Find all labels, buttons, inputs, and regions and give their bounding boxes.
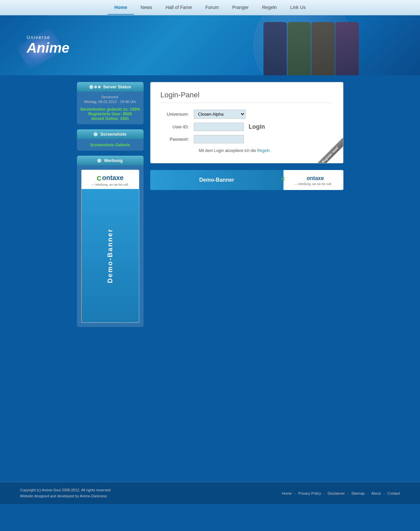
footer-link-contact[interactable]: Contact <box>387 491 400 495</box>
contaxe-name-text: ontaxe <box>102 174 123 182</box>
demo-contaxe-c: c <box>281 175 285 182</box>
footer-copyright: Copyright (c) Anime-Soul 2008-2012. All … <box>20 487 112 493</box>
nav-link-forum[interactable]: Forum <box>199 1 225 14</box>
server-registered: Registrierte User: 8509 <box>80 112 140 116</box>
footer-link-disclaimer[interactable]: Disclaimer <box>328 491 345 495</box>
character-1 <box>263 22 287 75</box>
passwort-input[interactable] <box>194 135 244 143</box>
nav-item-hall-of-fame[interactable]: Hall of Fame <box>159 1 199 15</box>
nav-link-pranger[interactable]: Pranger <box>225 1 255 14</box>
header-dots-2 <box>94 132 98 136</box>
server-status-title: Server Status <box>103 84 131 89</box>
demo-contaxe-name: c ontaxe <box>281 175 343 182</box>
site-logo: Universe Anime <box>27 35 69 56</box>
screenshots-box: Screenshots Screenshots Gallerie <box>77 129 144 151</box>
nav-item-link-us[interactable]: Link Us <box>283 1 312 15</box>
contaxe-tagline: — Werbung, wo sie hin soll. <box>92 183 129 186</box>
contaxe-c-icon: c <box>97 173 101 183</box>
demo-banner-logo: c ontaxe — Werbung, wo sie hin soll. <box>283 170 343 190</box>
serverzeit-value: Montag, 06.02.2012 - 19:46 Uhr <box>80 100 140 104</box>
serverzeit-label: Serverzeit: <box>80 95 140 99</box>
main-wrapper: Server Status Serverzeit: Montag, 06.02.… <box>0 75 420 475</box>
footer-site-link[interactable]: Anime-Soul <box>42 488 61 492</box>
nav-link-link-us[interactable]: Link Us <box>283 1 312 14</box>
server-costs: Serverkosten gedeckt zu: 100% <box>80 107 140 112</box>
header-dots <box>89 85 101 89</box>
login-panel-title: Login-Panel <box>161 91 333 103</box>
logo-universe: Universe <box>27 35 69 40</box>
character-4 <box>335 22 359 75</box>
userid-row: User-ID: Login <box>161 123 333 131</box>
demo-contaxe-text: ontaxe <box>285 175 343 181</box>
footer: Copyright (c) Anime-Soul 2008-2012. All … <box>0 482 420 504</box>
dot-small-2 <box>98 86 101 88</box>
contaxe-logo: c ontaxe — Werbung, wo sie hin soll. <box>92 173 129 186</box>
werbung-box: Werbung c ontaxe — Werbung, wo sie hin s… <box>77 156 144 327</box>
demo-contaxe-tagline: — Werbung, wo sie hin soll. <box>283 182 343 186</box>
server-online: derzeit Online: 1501 <box>80 116 140 121</box>
dot-large <box>89 85 93 89</box>
character-2 <box>287 22 311 75</box>
werbung-header: Werbung <box>77 156 144 165</box>
character-3 <box>311 22 335 75</box>
server-status-content: Serverzeit: Montag, 06.02.2012 - 19:46 U… <box>77 92 144 124</box>
werbung-content: c ontaxe — Werbung, wo sie hin soll. Dem… <box>77 165 144 327</box>
passwort-label: Passwort: <box>161 137 194 142</box>
server-status-header: Server Status <box>77 82 144 92</box>
ad-vertical-text: Demo-Banner <box>106 228 114 283</box>
contaxe-name-row: c ontaxe <box>97 173 124 183</box>
ad-top: c ontaxe — Werbung, wo sie hin soll. <box>82 170 139 189</box>
footer-link-about[interactable]: About <box>371 491 381 495</box>
nav-link-home[interactable]: Home <box>108 1 134 15</box>
userid-label: User-ID: <box>161 124 194 129</box>
register-now-label[interactable]: Register now! <box>316 138 343 163</box>
footer-developer-link[interactable]: Anime-Darkness <box>80 494 107 498</box>
regeln-link[interactable]: Regeln <box>257 148 270 153</box>
header-dots-3 <box>97 159 101 163</box>
footer-link-home[interactable]: Home <box>282 491 291 495</box>
server-status-box: Server Status Serverzeit: Montag, 06.02.… <box>77 82 144 124</box>
werbung-title: Werbung <box>104 158 123 163</box>
logo-anime: Anime <box>27 40 69 56</box>
footer-developer-line: Website designed and developed by Anime-… <box>20 493 112 499</box>
nav-item-home[interactable]: Home <box>108 1 134 15</box>
screenshots-header: Screenshots <box>77 129 144 139</box>
universum-select[interactable]: Closen Alpha <box>194 110 245 119</box>
agree-text: Mit dem Login akzeptiere ich die Regeln … <box>199 148 333 153</box>
screenshots-content: Screenshots Gallerie <box>77 139 144 151</box>
nav-link-regeln[interactable]: Regeln <box>255 1 283 14</box>
footer-right: Home - Privacy Policy - Disclaimer - Sit… <box>282 491 400 495</box>
sidebar: Server Status Serverzeit: Montag, 06.02.… <box>77 82 144 469</box>
dot-large-3 <box>97 159 101 163</box>
header-banner: Universe Anime <box>0 15 420 75</box>
nav-link-hall-of-fame[interactable]: Hall of Fame <box>159 1 199 14</box>
register-ribbon: Register now! <box>316 136 343 163</box>
footer-link-sitemap[interactable]: Sitemap <box>351 491 365 495</box>
nav-item-forum[interactable]: Forum <box>199 1 225 15</box>
screenshots-gallery-link[interactable]: Screenshots Gallerie <box>90 143 130 147</box>
ad-vertical-banner: Demo-Banner <box>82 189 139 322</box>
demo-banner: Demo-Banner c ontaxe — Werbung, wo sie h… <box>150 170 343 190</box>
universum-row: Universum: Closen Alpha <box>161 110 333 119</box>
demo-banner-text: Demo-Banner <box>150 170 283 190</box>
nav-item-news[interactable]: News <box>134 1 159 15</box>
ad-banner: c ontaxe — Werbung, wo sie hin soll. Dem… <box>81 170 139 323</box>
footer-left: Copyright (c) Anime-Soul 2008-2012. All … <box>20 487 112 499</box>
navigation-bar: Home News Hall of Fame Forum Pranger Reg… <box>0 0 420 15</box>
dot-large-2 <box>94 132 98 136</box>
userid-input[interactable] <box>194 123 244 131</box>
login-button[interactable]: Login <box>249 123 265 130</box>
universum-label: Universum: <box>161 112 194 117</box>
footer-link-privacy[interactable]: Privacy Policy <box>298 491 321 495</box>
nav-item-pranger[interactable]: Pranger <box>225 1 255 15</box>
anime-characters <box>263 15 370 75</box>
login-panel: Login-Panel Universum: Closen Alpha User… <box>150 82 343 163</box>
nav-list: Home News Hall of Fame Forum Pranger Reg… <box>108 1 312 15</box>
nav-link-news[interactable]: News <box>134 1 159 14</box>
main-content: Login-Panel Universum: Closen Alpha User… <box>150 82 343 469</box>
nav-item-regeln[interactable]: Regeln <box>255 1 283 15</box>
dot-small-1 <box>94 86 97 88</box>
screenshots-title: Screenshots <box>100 132 126 137</box>
passwort-row: Passwort: <box>161 135 333 143</box>
